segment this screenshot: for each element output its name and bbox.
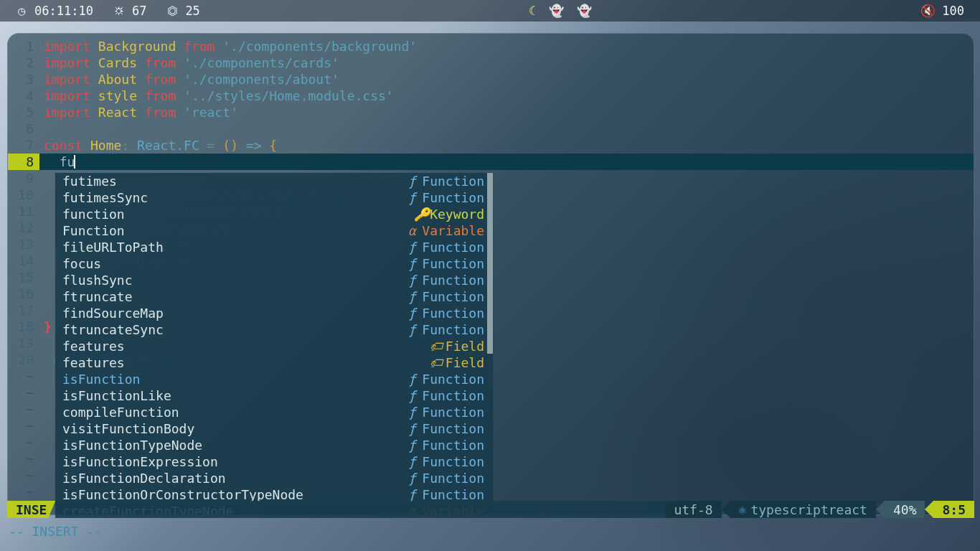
filetype-label: typescriptreact bbox=[750, 501, 867, 518]
code-line[interactable]: 6 bbox=[8, 121, 974, 137]
completion-item[interactable]: FunctionαVariable bbox=[55, 222, 493, 239]
volume-group: 🔇 100 bbox=[920, 3, 964, 19]
completion-kind: ƒFunction bbox=[406, 321, 484, 338]
code-line[interactable]: 2import Cards from './components/cards' bbox=[8, 55, 974, 71]
line-number: 6 bbox=[8, 121, 39, 137]
mode-segment: INSE bbox=[7, 501, 55, 518]
func-icon: ƒ bbox=[406, 453, 418, 470]
completion-item[interactable]: fileURLToPathƒFunction bbox=[55, 239, 493, 255]
field-icon: 🏷 bbox=[430, 354, 441, 371]
line-number: 9 bbox=[8, 170, 39, 187]
volume-icon: 🔇 bbox=[920, 3, 932, 19]
completion-kind: ƒFunction bbox=[406, 239, 484, 255]
completion-label: fileURLToPath bbox=[62, 239, 164, 255]
completion-item[interactable]: isFunctionExpressionƒFunction bbox=[55, 453, 493, 470]
volume-value: 100 bbox=[942, 3, 964, 19]
line-number: 2 bbox=[8, 55, 39, 71]
tilde-marker: ~ bbox=[8, 434, 39, 451]
completion-kind: 🔑Keyword bbox=[414, 206, 484, 222]
line-content[interactable]: import React from 'react' bbox=[39, 104, 238, 121]
completion-item[interactable]: flushSyncƒFunction bbox=[55, 272, 493, 288]
popup-scrollbar[interactable] bbox=[487, 173, 493, 354]
statusline-spacer bbox=[55, 501, 665, 518]
line-number: 10 bbox=[8, 187, 39, 203]
completion-item[interactable]: isFunctionDeclarationƒFunction bbox=[55, 470, 493, 486]
completion-item[interactable]: ftruncateSyncƒFunction bbox=[55, 321, 493, 338]
completion-item[interactable]: function🔑Keyword bbox=[55, 206, 493, 222]
sep-icon bbox=[876, 501, 885, 518]
field-icon: 🏷 bbox=[430, 338, 441, 354]
completion-kind: ƒFunction bbox=[406, 404, 484, 420]
stat1-icon: ⛭ bbox=[113, 3, 125, 19]
func-icon: ƒ bbox=[406, 420, 418, 437]
completion-label: focus bbox=[62, 255, 101, 272]
text-cursor bbox=[74, 155, 75, 169]
line-number: 4 bbox=[8, 88, 39, 104]
completion-kind: ƒFunction bbox=[406, 255, 484, 272]
completion-item[interactable]: isFunctionƒFunction bbox=[55, 371, 493, 387]
line-number: 13 bbox=[8, 236, 39, 253]
completion-item[interactable]: isFunctionLikeƒFunction bbox=[55, 387, 493, 404]
completion-label: isFunctionTypeNode bbox=[62, 437, 202, 453]
top-statusbar: ◷ 06:11:10 ⛭ 67 ⏣ 25 ☾ 👻 👻 🔇 100 bbox=[0, 0, 980, 22]
completion-kind: 🏷Field bbox=[430, 338, 484, 354]
completion-item[interactable]: features🏷Field bbox=[55, 354, 493, 371]
line-content[interactable]: import Background from './components/bac… bbox=[39, 38, 417, 55]
code-line[interactable]: 4import style from '../styles/Home.modul… bbox=[8, 88, 974, 104]
line-number: 5 bbox=[8, 104, 39, 121]
tilde-marker: ~ bbox=[8, 368, 39, 385]
completion-label: visitFunctionBody bbox=[62, 420, 194, 437]
code-line[interactable]: 5import React from 'react' bbox=[8, 104, 974, 121]
line-content[interactable]: import Cards from './components/cards' bbox=[39, 55, 339, 71]
line-number: 15 bbox=[8, 269, 39, 286]
line-number: 8 bbox=[8, 154, 39, 170]
key-icon: 🔑 bbox=[414, 206, 425, 222]
completion-label: Function bbox=[62, 222, 125, 239]
func-icon: ƒ bbox=[406, 470, 418, 486]
completion-item[interactable]: compileFunctionƒFunction bbox=[55, 404, 493, 420]
line-content[interactable]: const Home: React.FC = () => { bbox=[39, 137, 277, 154]
completion-label: compileFunction bbox=[62, 404, 179, 420]
completion-item[interactable]: futimesSyncƒFunction bbox=[55, 189, 493, 206]
line-content[interactable]: fu bbox=[39, 154, 75, 170]
func-icon: ƒ bbox=[406, 305, 418, 321]
completion-label: flushSync bbox=[62, 272, 133, 288]
completion-label: findSourceMap bbox=[62, 305, 164, 321]
completion-label: isFunction bbox=[62, 371, 140, 387]
stat1-value: 67 bbox=[132, 3, 146, 19]
line-number: 17 bbox=[8, 302, 39, 319]
completion-kind: ƒFunction bbox=[406, 272, 484, 288]
completion-item[interactable]: isFunctionTypeNodeƒFunction bbox=[55, 437, 493, 453]
completion-item[interactable]: visitFunctionBodyƒFunction bbox=[55, 420, 493, 437]
line-number: 14 bbox=[8, 253, 39, 269]
completion-kind: αVariable bbox=[406, 222, 484, 239]
line-number: 20 bbox=[8, 352, 39, 368]
completion-kind: ƒFunction bbox=[406, 453, 484, 470]
func-icon: ƒ bbox=[406, 437, 418, 453]
code-line[interactable]: 8 fu bbox=[8, 154, 974, 170]
code-line[interactable]: 1import Background from './components/ba… bbox=[8, 38, 974, 55]
completion-item[interactable]: focusƒFunction bbox=[55, 255, 493, 272]
react-icon: ⚛ bbox=[739, 501, 747, 518]
line-content[interactable]: import About from './components/about' bbox=[39, 71, 339, 88]
sep-icon bbox=[722, 501, 730, 518]
editor-window[interactable]: 1import Background from './components/ba… bbox=[7, 33, 974, 515]
completion-label: ftruncateSync bbox=[62, 321, 164, 338]
completion-item[interactable]: findSourceMapƒFunction bbox=[55, 305, 493, 321]
func-icon: ƒ bbox=[406, 288, 418, 305]
line-content[interactable]: } bbox=[39, 319, 52, 335]
completion-label: futimes bbox=[62, 173, 117, 189]
code-line[interactable]: 3import About from './components/about' bbox=[8, 71, 974, 88]
completion-item[interactable]: futimesƒFunction bbox=[55, 173, 493, 189]
func-icon: ƒ bbox=[406, 404, 418, 420]
statusline: INSE utf-8 ⚛ typescriptreact 40% 8:5 bbox=[7, 501, 974, 518]
stat1-group: ⛭ 67 bbox=[113, 3, 146, 19]
completion-popup[interactable]: futimesƒFunctionfutimesSyncƒFunctionfunc… bbox=[55, 173, 493, 515]
func-icon: ƒ bbox=[406, 189, 418, 206]
sep-icon bbox=[925, 501, 933, 518]
line-content[interactable]: import style from '../styles/Home.module… bbox=[39, 88, 394, 104]
completion-item[interactable]: features🏷Field bbox=[55, 338, 493, 354]
code-line[interactable]: 7const Home: React.FC = () => { bbox=[8, 137, 974, 154]
completion-label: function bbox=[62, 206, 125, 222]
completion-item[interactable]: ftruncateƒFunction bbox=[55, 288, 493, 305]
